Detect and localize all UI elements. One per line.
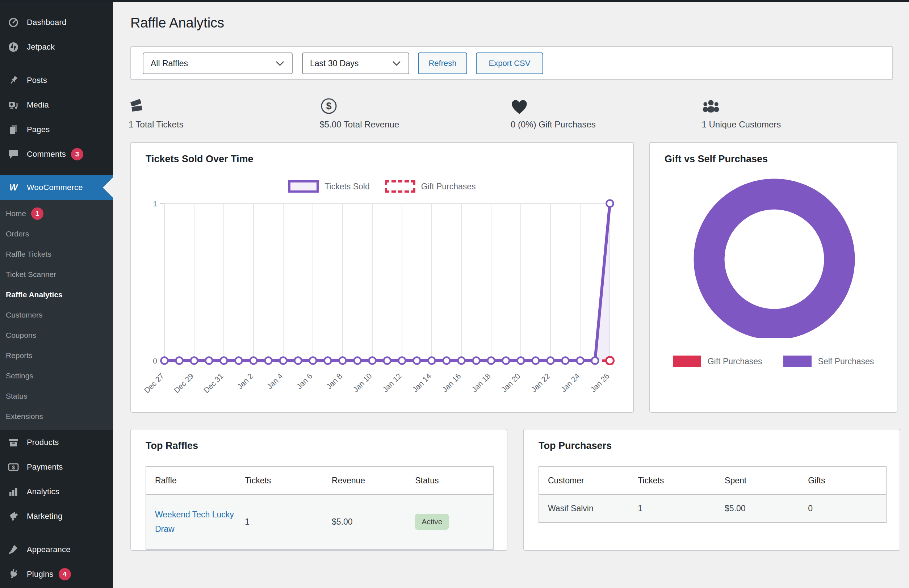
submenu-item[interactable]: Home 1 (0, 204, 113, 224)
top-purchasers-title: Top Purchasers (539, 440, 612, 451)
tickets-cell: 1 (629, 494, 716, 522)
svg-text:Jan 18: Jan 18 (470, 372, 492, 394)
tickets-cell: 1 (236, 494, 323, 549)
sidebar-item[interactable]: Posts (0, 68, 113, 93)
table-row: Weekend Tech Lucky Draw 1 $5.00 Active (146, 494, 493, 549)
sidebar-item[interactable]: Pages (0, 117, 113, 142)
sidebar-item-icon (0, 100, 27, 110)
sidebar-item[interactable]: Plugins 4 (0, 562, 113, 586)
line-chart-title: Tickets Sold Over Time (146, 153, 254, 165)
svg-text:Jan 8: Jan 8 (325, 372, 344, 391)
sidebar-item[interactable]: Jetpack (0, 35, 113, 60)
sidebar-item[interactable]: Dashboard (0, 10, 113, 35)
submenu-item-label: Ticket Scanner (6, 270, 56, 279)
column-header: Tickets (236, 467, 323, 494)
raffle-filter-select[interactable]: All Raffles (143, 53, 293, 74)
sidebar-item-icon (0, 42, 27, 53)
submenu-item[interactable]: Ticket Scanner (0, 264, 113, 284)
column-header: Spent (716, 467, 799, 494)
chevron-down-icon (275, 60, 285, 66)
sidebar-item[interactable]: Appearance (0, 537, 113, 562)
count-badge: 3 (71, 148, 83, 160)
submenu-item-label: Orders (6, 229, 29, 238)
self-purchases-legend-label: Self Purchases (818, 357, 874, 367)
submenu-item[interactable]: Coupons (0, 325, 113, 346)
sidebar-main-menu: Dashboard Jetpack Posts Media (0, 0, 113, 200)
sidebar-item[interactable]: Marketing (0, 504, 113, 528)
status-badge: Active (415, 514, 449, 530)
date-range-select[interactable]: Last 30 Days (302, 53, 409, 74)
sidebar-item[interactable]: Products (0, 430, 113, 455)
stat-item: 1 Total Tickets (129, 97, 320, 129)
stat-label: 0 (0%) Gift Purchases (511, 120, 702, 129)
sidebar-item[interactable]: Media (0, 93, 113, 117)
submenu-item-label: Status (6, 392, 27, 401)
export-csv-button[interactable]: Export CSV (476, 53, 543, 74)
stat-item: $ $5.00 Total Revenue (320, 97, 511, 129)
gift-purchases-legend-label: Gift Purchases (421, 182, 476, 192)
column-header: Revenue (323, 467, 406, 494)
submenu-item[interactable]: Raffle Tickets (0, 244, 113, 264)
svg-text:Jan 20: Jan 20 (500, 372, 522, 394)
submenu-item[interactable]: Customers (0, 305, 113, 325)
svg-text:Jan 14: Jan 14 (411, 372, 433, 394)
gift-purchases-swatch (385, 180, 416, 192)
column-header: Status (406, 467, 493, 494)
column-header: Customer (539, 467, 629, 494)
sidebar-item-label: Jetpack (27, 42, 55, 52)
stats-row: 1 Total Tickets $ $5.00 Total Revenue 0 … (129, 97, 893, 129)
svg-text:Jan 22: Jan 22 (529, 372, 552, 394)
submenu-item[interactable]: Reports (0, 346, 113, 366)
top-purchasers-card: Top Purchasers Customer Tickets Spent Gi… (523, 429, 900, 551)
sidebar-item-label: Appearance (27, 545, 71, 554)
sidebar-item[interactable]: $ Payments (0, 455, 113, 480)
submenu-item[interactable]: Extensions (0, 406, 113, 426)
chevron-down-icon (392, 60, 401, 66)
submenu-item-label: Extensions (6, 412, 43, 421)
submenu-item-label: Coupons (6, 331, 36, 339)
submenu-item-label: Reports (6, 351, 32, 360)
submenu-item-label: Raffle Analytics (6, 291, 63, 299)
column-header: Tickets (629, 467, 716, 494)
sidebar-item-label: Analytics (27, 487, 60, 496)
sidebar-item-icon (0, 149, 27, 160)
woocommerce-submenu: Home 1 Orders Raffle Tickets Ticket Scan… (0, 200, 113, 430)
donut-chart (650, 165, 898, 338)
refresh-button[interactable]: Refresh (418, 53, 467, 74)
submenu-item-label: Customers (6, 311, 43, 319)
svg-text:Dec 27: Dec 27 (143, 372, 165, 395)
sidebar-item-label: Media (27, 100, 49, 110)
svg-text:Jan 2: Jan 2 (235, 372, 255, 391)
submenu-item[interactable]: Settings (0, 366, 113, 386)
submenu-item[interactable]: Raffle Analytics (0, 284, 113, 305)
donut-chart-title: Gift vs Self Purchases (665, 153, 768, 165)
submenu-item[interactable]: Status (0, 386, 113, 406)
count-badge: 1 (31, 207, 44, 220)
sidebar-item-icon (0, 544, 27, 555)
sidebar-item-label: Pages (27, 125, 50, 134)
stat-icon (702, 97, 893, 115)
sidebar-item-label: Marketing (27, 512, 62, 521)
stat-icon: $ (320, 97, 511, 115)
count-badge: 4 (59, 568, 71, 580)
gift-vs-self-card: Gift vs Self Purchases Gift Purchases Se… (649, 142, 898, 413)
sidebar-item[interactable]: Analytics (0, 480, 113, 504)
sidebar-item[interactable]: W WooCommerce (0, 175, 113, 200)
sidebar-item[interactable]: Comments 3 (0, 142, 113, 166)
date-range-value: Last 30 Days (310, 59, 359, 68)
gift-purchases-swatch (673, 355, 701, 367)
sidebar-item-icon (0, 511, 27, 522)
line-chart-legend: Tickets Sold Gift Purchases (131, 180, 633, 192)
sidebar-item-label: Comments (27, 150, 66, 159)
donut-legend: Gift Purchases Self Purchases (650, 355, 897, 367)
sidebar-item-icon (0, 124, 27, 135)
stat-icon (511, 97, 702, 115)
raffle-link[interactable]: Weekend Tech Lucky Draw (155, 507, 235, 536)
svg-text:Jan 24: Jan 24 (559, 372, 581, 394)
svg-text:W: W (10, 183, 18, 192)
sidebar-item-label: Payments (27, 462, 63, 472)
top-raffles-card: Top Raffles Raffle Tickets Revenue Statu… (130, 429, 507, 551)
svg-text:$: $ (326, 101, 332, 111)
svg-text:Jan 12: Jan 12 (381, 372, 403, 394)
submenu-item[interactable]: Orders (0, 224, 113, 244)
